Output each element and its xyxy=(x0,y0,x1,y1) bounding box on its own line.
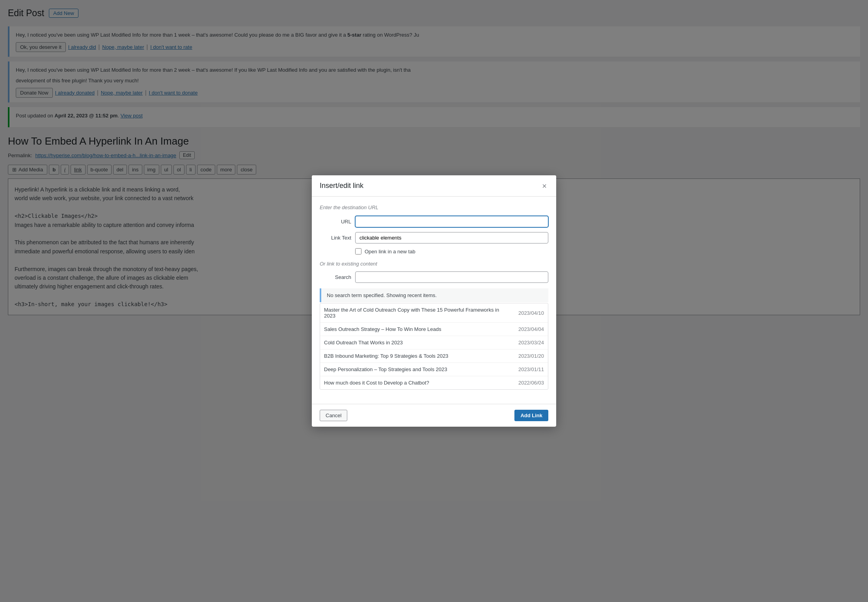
modal-close-button[interactable]: × xyxy=(540,182,548,190)
search-input[interactable] xyxy=(355,271,548,283)
results-notice: No search term specified. Showing recent… xyxy=(320,288,548,302)
table-row[interactable]: B2B Inbound Marketing: Top 9 Strategies … xyxy=(320,349,548,363)
modal-overlay[interactable]: Insert/edit link × Enter the destination… xyxy=(0,0,868,602)
link-text-label: Link Text xyxy=(320,235,351,241)
link-text-row: Link Text xyxy=(320,232,548,243)
table-row[interactable]: Cold Outreach That Works in 20232023/03/… xyxy=(320,336,548,349)
new-tab-label[interactable]: Open link in a new tab xyxy=(365,249,415,255)
url-input[interactable] xyxy=(355,216,548,227)
destination-url-label: Enter the destination URL xyxy=(320,204,548,210)
table-row[interactable]: How much does it Cost to Develop a Chatb… xyxy=(320,376,548,390)
link-text-input[interactable] xyxy=(355,232,548,243)
results-table: Master the Art of Cold Outreach Copy wit… xyxy=(320,303,548,390)
add-link-button[interactable]: Add Link xyxy=(514,410,548,421)
modal-header: Insert/edit link × xyxy=(312,175,556,197)
table-row[interactable]: Sales Outreach Strategy – How To Win Mor… xyxy=(320,323,548,336)
search-row: Search xyxy=(320,271,548,283)
table-row[interactable]: Deep Personalization – Top Strategies an… xyxy=(320,363,548,376)
url-row: URL xyxy=(320,216,548,227)
modal-body: Enter the destination URL URL Link Text … xyxy=(312,197,556,404)
modal-footer: Cancel Add Link xyxy=(312,404,556,427)
url-label: URL xyxy=(320,219,351,225)
new-tab-checkbox[interactable] xyxy=(355,248,361,255)
cancel-button[interactable]: Cancel xyxy=(320,410,347,421)
modal-title: Insert/edit link xyxy=(320,182,363,190)
existing-content-label: Or link to existing content xyxy=(320,261,548,267)
new-tab-row: Open link in a new tab xyxy=(355,248,548,255)
results-container[interactable]: Master the Art of Cold Outreach Copy wit… xyxy=(320,303,548,390)
table-row[interactable]: Master the Art of Cold Outreach Copy wit… xyxy=(320,303,548,323)
search-label: Search xyxy=(320,274,351,280)
insert-edit-link-modal: Insert/edit link × Enter the destination… xyxy=(312,175,556,427)
